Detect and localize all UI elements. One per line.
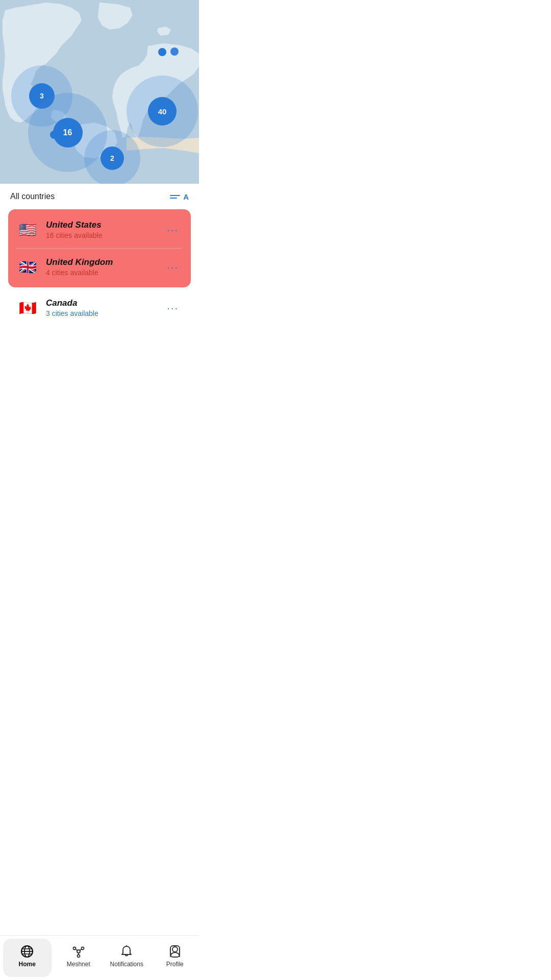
highlighted-countries-card: 🇺🇸 United States 16 cities available ···… — [8, 209, 191, 287]
ca-cities: 3 cities available — [46, 309, 163, 317]
uk-more-button[interactable]: ··· — [163, 259, 183, 275]
us-cities: 16 cities available — [46, 231, 163, 239]
country-list: 🇺🇸 United States 16 cities available ···… — [0, 209, 199, 326]
filter-bar: All countries A — [0, 184, 199, 209]
filter-button[interactable]: A — [170, 192, 189, 201]
uk-info: United Kingdom 4 cities available — [46, 257, 163, 277]
dot-iceland — [158, 48, 166, 56]
uk-flag: 🇬🇧 — [16, 256, 39, 278]
us-info: United States 16 cities available — [46, 220, 163, 239]
list-item[interactable]: 🇺🇸 United States 16 cities available ··· — [8, 211, 191, 248]
uk-cities: 4 cities available — [46, 268, 163, 277]
us-name: United States — [46, 220, 163, 230]
ca-more-button[interactable]: ··· — [163, 300, 183, 316]
cluster-40[interactable]: 40 — [127, 76, 198, 147]
cluster-2[interactable]: 2 — [84, 130, 140, 184]
ca-flag: 🇨🇦 — [16, 297, 39, 319]
ca-name: Canada — [46, 298, 163, 308]
map-view[interactable]: 3 16 2 40 — [0, 0, 199, 184]
list-item[interactable]: 🇨🇦 Canada 3 cities available ··· — [8, 289, 191, 326]
list-item[interactable]: 🇬🇧 United Kingdom 4 cities available ··· — [8, 249, 191, 285]
dot-mexico — [50, 131, 58, 139]
filter-a-icon: A — [183, 192, 189, 201]
ca-info: Canada 3 cities available — [46, 298, 163, 317]
us-flag: 🇺🇸 — [16, 218, 39, 241]
filter-label: All countries — [10, 192, 55, 201]
us-more-button[interactable]: ··· — [163, 222, 183, 238]
uk-name: United Kingdom — [46, 257, 163, 267]
svg-point-1 — [170, 47, 179, 56]
filter-lines-icon — [170, 195, 180, 199]
